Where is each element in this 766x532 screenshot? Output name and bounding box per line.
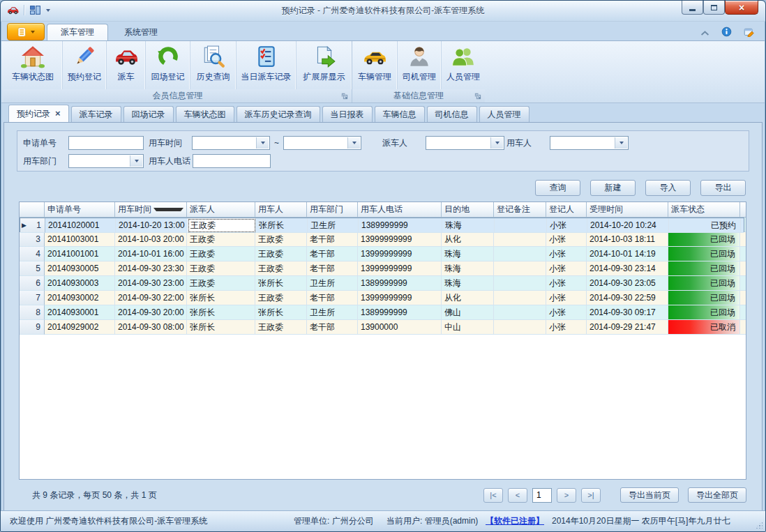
cell[interactable]: 已取消 bbox=[668, 320, 740, 335]
cell[interactable]: 张所长 bbox=[255, 276, 307, 291]
export-all-pages-button[interactable]: 导出全部页 bbox=[688, 487, 746, 503]
maximize-button[interactable] bbox=[703, 1, 725, 15]
dispatcher-select[interactable] bbox=[426, 136, 504, 150]
row-indicator[interactable]: ▶1 bbox=[20, 218, 45, 233]
table-row[interactable]: 8201409300012014-09-30 20:00张所长张所长卫生所138… bbox=[20, 305, 746, 320]
doc-tab[interactable]: 派车记录 bbox=[71, 106, 121, 122]
use-time-from-select[interactable] bbox=[192, 136, 270, 150]
cell[interactable]: 13999999999 bbox=[358, 232, 442, 247]
cell[interactable]: 13999999999 bbox=[358, 247, 442, 261]
collapse-ribbon-chevron-icon[interactable] bbox=[700, 29, 709, 35]
cell[interactable]: 张所长 bbox=[187, 291, 255, 305]
cell[interactable] bbox=[494, 305, 546, 320]
cell[interactable]: 小张 bbox=[546, 276, 587, 291]
doc-tab[interactable]: 预约记录× bbox=[8, 105, 69, 122]
ribbon-button[interactable]: 车辆管理 bbox=[352, 41, 397, 89]
column-header[interactable]: 派车状态 bbox=[668, 202, 740, 218]
dialog-launcher-icon[interactable] bbox=[474, 92, 482, 100]
table-row[interactable]: ▶1201410200012014-10-20 13:00王政委张所长卫生所13… bbox=[20, 218, 744, 232]
row-indicator[interactable]: 8 bbox=[20, 305, 45, 320]
table-row[interactable]: 5201409300052014-09-30 23:30王政委王政委老干部139… bbox=[20, 261, 746, 276]
license-link[interactable]: 【软件已注册】 bbox=[486, 511, 544, 531]
ribbon-tab[interactable]: 系统管理 bbox=[111, 24, 171, 40]
cell[interactable]: 已预约 bbox=[669, 218, 741, 233]
cell[interactable]: 张所长 bbox=[187, 305, 255, 320]
cell[interactable]: 张所长 bbox=[187, 320, 255, 335]
info-icon[interactable] bbox=[721, 26, 732, 37]
cell[interactable]: 小张 bbox=[547, 218, 587, 233]
cell[interactable]: 王政委 bbox=[187, 232, 255, 247]
dept-select[interactable] bbox=[68, 154, 144, 168]
ribbon-button[interactable]: 车辆状态图 bbox=[3, 41, 62, 89]
table-row[interactable]: 9201409290022014-09-30 08:00张所长王政委老干部139… bbox=[20, 320, 746, 335]
tab-close-icon[interactable]: × bbox=[55, 110, 61, 117]
prev-page-button[interactable]: < bbox=[508, 488, 527, 503]
close-button[interactable]: × bbox=[725, 1, 758, 15]
cell[interactable] bbox=[494, 261, 546, 276]
row-indicator[interactable]: 7 bbox=[20, 291, 45, 305]
cell[interactable]: 2014-09-30 20:00 bbox=[115, 305, 187, 320]
column-header[interactable]: 用车时间 bbox=[115, 202, 187, 218]
cell[interactable]: 王政委 bbox=[255, 291, 307, 305]
ribbon-button[interactable]: 人员管理 bbox=[441, 41, 485, 89]
resize-grip[interactable] bbox=[755, 521, 763, 529]
cell[interactable] bbox=[494, 247, 546, 261]
dropdown-button[interactable] bbox=[130, 155, 142, 167]
cell[interactable]: 王政委 bbox=[188, 218, 256, 233]
phone-input[interactable] bbox=[193, 154, 271, 168]
cell[interactable]: 2014-09-29 21:47 bbox=[587, 320, 668, 335]
ribbon-button[interactable]: 当日派车记录 bbox=[236, 41, 296, 89]
first-page-button[interactable]: |< bbox=[483, 488, 503, 503]
table-row[interactable]: 7201409300022014-09-30 22:00张所长王政委老干部139… bbox=[20, 291, 746, 305]
cell[interactable]: 2014-10-20 13:00 bbox=[116, 218, 188, 233]
cell[interactable]: 2014-09-30 23:00 bbox=[115, 276, 187, 291]
cell[interactable]: 老干部 bbox=[307, 232, 358, 247]
cell[interactable] bbox=[494, 276, 546, 291]
doc-tab[interactable]: 回场记录 bbox=[123, 106, 174, 122]
cell[interactable]: 珠海 bbox=[442, 276, 494, 291]
row-indicator[interactable]: 3 bbox=[20, 232, 45, 247]
ribbon-button[interactable]: 扩展屏显示 bbox=[296, 41, 352, 89]
cell[interactable]: 已回场 bbox=[668, 305, 740, 320]
cell[interactable]: 2014-09-30 22:59 bbox=[587, 291, 668, 305]
row-indicator[interactable]: 9 bbox=[20, 320, 45, 335]
cell[interactable]: 已回场 bbox=[668, 247, 740, 261]
application-menu-button[interactable] bbox=[7, 23, 45, 40]
last-page-button[interactable]: >| bbox=[581, 488, 601, 503]
cell[interactable]: 老干部 bbox=[307, 291, 358, 305]
cell[interactable]: 卫生所 bbox=[307, 305, 358, 320]
cell[interactable]: 王政委 bbox=[255, 320, 307, 335]
doc-tab[interactable]: 派车历史记录查询 bbox=[236, 106, 320, 122]
cell[interactable]: 卫生所 bbox=[307, 276, 358, 291]
cell[interactable]: 20140930002 bbox=[45, 291, 115, 305]
cell[interactable]: 20140930001 bbox=[45, 305, 115, 320]
cell[interactable]: 2014-09-30 23:30 bbox=[115, 261, 187, 276]
doc-tab[interactable]: 人员管理 bbox=[479, 106, 530, 122]
cell[interactable]: 从化 bbox=[442, 291, 494, 305]
user-select[interactable] bbox=[550, 136, 629, 150]
cell[interactable]: 已回场 bbox=[668, 291, 740, 305]
cell[interactable]: 已回场 bbox=[668, 232, 740, 247]
cell[interactable]: 2014-09-30 23:14 bbox=[587, 261, 668, 276]
phone-input-field[interactable] bbox=[193, 155, 270, 167]
cell[interactable] bbox=[494, 232, 546, 247]
cell[interactable]: 从化 bbox=[442, 232, 494, 247]
cell[interactable]: 王政委 bbox=[255, 247, 307, 261]
cell[interactable]: 20141001001 bbox=[45, 247, 115, 261]
new-button[interactable]: 新建 bbox=[590, 180, 636, 196]
cell[interactable]: 小张 bbox=[546, 261, 587, 276]
cell[interactable]: 2014-09-30 09:17 bbox=[587, 305, 668, 320]
cell[interactable]: 珠海 bbox=[442, 261, 494, 276]
cell[interactable]: 佛山 bbox=[442, 305, 494, 320]
column-header[interactable]: 登记备注 bbox=[494, 202, 546, 218]
cell[interactable]: 王政委 bbox=[255, 261, 307, 276]
cell[interactable]: 13999999999 bbox=[358, 291, 442, 305]
cell[interactable]: 1389999999 bbox=[359, 218, 442, 233]
cell[interactable]: 2014-10-01 16:00 bbox=[115, 247, 187, 261]
export-button[interactable]: 导出 bbox=[700, 180, 746, 196]
cell[interactable]: 已回场 bbox=[668, 261, 740, 276]
column-header[interactable]: 用车人电话 bbox=[358, 202, 442, 218]
cell[interactable]: 张所长 bbox=[255, 305, 307, 320]
cell[interactable]: 老干部 bbox=[307, 320, 358, 335]
cell[interactable]: 2014-10-20 10:24 bbox=[587, 218, 669, 233]
